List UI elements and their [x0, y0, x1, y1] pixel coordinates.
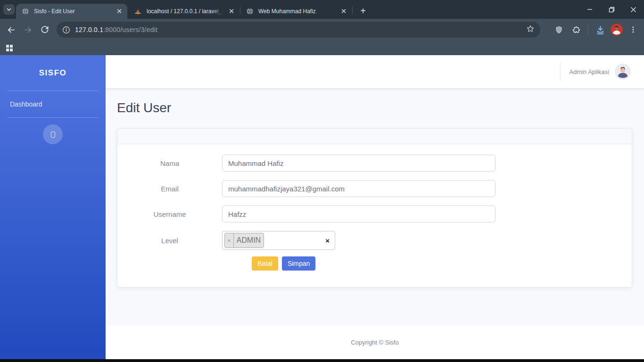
save-button[interactable]: Simpan — [282, 256, 315, 271]
tag-remove-button[interactable]: × — [225, 233, 234, 247]
tab-title-fade — [213, 4, 225, 19]
form-row-nama: Nama — [117, 155, 622, 172]
globe-icon — [246, 8, 254, 15]
email-label: Email — [117, 185, 222, 193]
back-button[interactable] — [3, 22, 19, 38]
refresh-button[interactable] — [37, 22, 53, 38]
level-select[interactable]: × ADMIN × — [222, 231, 335, 250]
toolbar-actions — [552, 19, 640, 41]
tab-close-button[interactable]: ✕ — [115, 7, 124, 16]
forward-button[interactable] — [20, 22, 36, 38]
address-bar[interactable]: 127.0.0.1:8000/users/3/edit — [57, 22, 540, 38]
level-tag-admin: × ADMIN — [224, 233, 264, 248]
window-controls — [579, 0, 644, 19]
select-clear-button[interactable]: × — [325, 237, 330, 245]
screen: Sisfo - Edit User ✕ localhost / 127.0.0.… — [0, 0, 644, 362]
page-title: Edit User — [117, 100, 644, 115]
username-input[interactable] — [222, 206, 495, 222]
app-footer: Copyright © Sisfo — [106, 325, 644, 359]
new-tab-button[interactable]: + — [356, 5, 370, 18]
globe-icon — [22, 8, 29, 15]
bookmarks-bar — [0, 41, 644, 55]
tab-close-button[interactable]: ✕ — [339, 7, 348, 16]
star-icon — [526, 25, 535, 33]
shield-icon — [554, 25, 563, 34]
window-restore-button[interactable] — [601, 0, 622, 19]
topbar-divider — [560, 63, 561, 81]
shield-extension-button[interactable] — [552, 23, 566, 37]
extensions-button[interactable] — [569, 23, 583, 37]
tab-divider — [352, 7, 353, 14]
app-topbar: Admin Aplikasi — [106, 55, 644, 88]
browser-tab-active[interactable]: Sisfo - Edit User ✕ — [16, 4, 127, 19]
user-avatar[interactable] — [615, 64, 631, 80]
window-close-button[interactable] — [622, 0, 644, 19]
form-row-level: Level × ADMIN × — [117, 231, 622, 250]
toolbar-divider — [588, 25, 588, 35]
form-row-email: Email — [117, 180, 622, 197]
nama-input[interactable] — [222, 155, 495, 172]
browser-tab-web[interactable]: Web Muhammad Hafiz ✕ — [240, 4, 352, 19]
browser-profile-avatar[interactable] — [611, 24, 623, 36]
page-content: Edit User Nama Email Usernam — [106, 88, 644, 325]
apps-grid-icon[interactable] — [6, 44, 13, 52]
sidebar-brand[interactable]: SISFO — [0, 55, 106, 90]
tag-label: ADMIN — [234, 233, 264, 247]
main-area: Admin Aplikasi Edit User Nama Em — [106, 55, 644, 359]
copyright-text: Copyright © Sisfo — [351, 339, 398, 346]
cancel-button[interactable]: Batal — [252, 256, 278, 271]
forward-icon — [24, 25, 33, 34]
puzzle-icon — [572, 25, 581, 34]
form-buttons: Batal Simpan — [252, 256, 622, 288]
tab-close-button[interactable]: ✕ — [227, 7, 236, 16]
tab-search-button[interactable] — [3, 4, 15, 15]
user-name[interactable]: Admin Aplikasi — [569, 68, 609, 75]
refresh-icon — [41, 25, 49, 34]
browser-tabstrip: Sisfo - Edit User ✕ localhost / 127.0.0.… — [0, 0, 644, 19]
browser-menu-button[interactable] — [626, 23, 640, 37]
tab-title: Sisfo - Edit User — [34, 8, 112, 15]
url-text: 127.0.0.1:8000/users/3/edit — [75, 26, 157, 33]
sidebar-toggle-button[interactable] — [43, 124, 63, 144]
back-icon — [7, 25, 16, 34]
sidebar: SISFO Dashboard — [0, 55, 106, 359]
level-label: Level — [117, 237, 222, 245]
url-path: :8000/users/3/edit — [103, 26, 157, 33]
form-row-username: Username — [117, 206, 622, 222]
nama-label: Nama — [117, 159, 222, 167]
username-label: Username — [117, 210, 222, 218]
bookmark-star-button[interactable] — [526, 25, 535, 35]
downloads-button[interactable] — [593, 23, 607, 37]
phpmyadmin-icon — [134, 8, 142, 16]
card-body: Nama Email Username Level — [117, 144, 632, 288]
browser-tab-phpmyadmin[interactable]: localhost / 127.0.0.1 / laravel_sis ✕ — [128, 4, 239, 19]
email-input[interactable] — [222, 180, 495, 197]
web-page: SISFO Dashboard Admin Aplikasi Edit User — [0, 55, 644, 359]
tab-title: Web Muhammad Hafiz — [258, 8, 337, 15]
sidebar-toggle-icon — [51, 132, 55, 138]
window-minimize-button[interactable] — [579, 0, 601, 19]
site-info-icon[interactable] — [62, 26, 70, 34]
bottom-strip — [0, 359, 644, 362]
chevron-down-icon — [6, 7, 12, 12]
sidebar-item-dashboard[interactable]: Dashboard — [0, 91, 106, 117]
url-host: 127.0.0.1 — [75, 26, 103, 33]
edit-user-card: Nama Email Username Level — [117, 128, 632, 288]
kebab-menu-icon — [629, 26, 637, 33]
browser-toolbar: 127.0.0.1:8000/users/3/edit — [0, 19, 644, 41]
card-header — [117, 129, 632, 144]
download-icon — [595, 25, 605, 35]
sidebar-divider — [7, 117, 99, 118]
